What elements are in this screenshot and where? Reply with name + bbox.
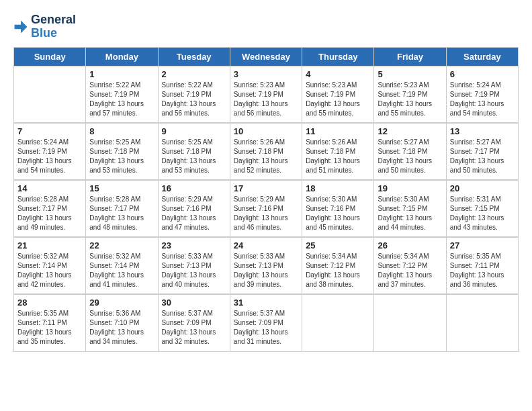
day-number: 16 xyxy=(162,183,226,193)
calendar-cell: 4Sunrise: 5:23 AMSunset: 7:19 PMDaylight… xyxy=(302,66,374,123)
cell-content: Sunrise: 5:22 AMSunset: 7:19 PMDaylight:… xyxy=(162,81,226,118)
calendar-cell: 1Sunrise: 5:22 AMSunset: 7:19 PMDaylight… xyxy=(86,66,158,123)
calendar-cell: 7Sunrise: 5:24 AMSunset: 7:19 PMDaylight… xyxy=(14,123,86,180)
calendar-cell: 22Sunrise: 5:32 AMSunset: 7:14 PMDayligh… xyxy=(86,237,158,294)
cell-content: Sunrise: 5:24 AMSunset: 7:19 PMDaylight:… xyxy=(450,81,515,118)
cell-content: Sunrise: 5:34 AMSunset: 7:12 PMDaylight:… xyxy=(378,252,442,289)
calendar-week-row: 14Sunrise: 5:28 AMSunset: 7:17 PMDayligh… xyxy=(14,180,519,237)
day-number: 25 xyxy=(306,240,370,250)
calendar-cell: 24Sunrise: 5:33 AMSunset: 7:13 PMDayligh… xyxy=(230,237,302,294)
calendar-cell: 29Sunrise: 5:36 AMSunset: 7:10 PMDayligh… xyxy=(86,294,158,351)
cell-content: Sunrise: 5:33 AMSunset: 7:13 PMDaylight:… xyxy=(162,252,226,289)
day-number: 1 xyxy=(89,69,154,79)
calendar-cell: 17Sunrise: 5:29 AMSunset: 7:16 PMDayligh… xyxy=(230,180,302,237)
calendar-cell: 3Sunrise: 5:23 AMSunset: 7:19 PMDaylight… xyxy=(230,66,302,123)
weekday-header: Wednesday xyxy=(230,47,302,66)
cell-content: Sunrise: 5:29 AMSunset: 7:16 PMDaylight:… xyxy=(162,195,226,232)
day-number: 3 xyxy=(234,69,298,79)
cell-content: Sunrise: 5:24 AMSunset: 7:19 PMDaylight:… xyxy=(17,138,82,175)
day-number: 15 xyxy=(89,183,154,193)
weekday-header: Friday xyxy=(374,47,446,66)
day-number: 14 xyxy=(17,183,82,193)
calendar-cell: 31Sunrise: 5:37 AMSunset: 7:09 PMDayligh… xyxy=(230,294,302,351)
calendar-cell: 11Sunrise: 5:26 AMSunset: 7:18 PMDayligh… xyxy=(302,123,374,180)
weekday-header: Tuesday xyxy=(158,47,230,66)
calendar-cell: 5Sunrise: 5:23 AMSunset: 7:19 PMDaylight… xyxy=(374,66,446,123)
cell-content: Sunrise: 5:37 AMSunset: 7:09 PMDaylight:… xyxy=(162,309,226,347)
day-number: 11 xyxy=(306,126,370,136)
calendar-cell xyxy=(446,294,518,351)
calendar-cell: 30Sunrise: 5:37 AMSunset: 7:09 PMDayligh… xyxy=(158,294,230,351)
day-number: 10 xyxy=(234,126,298,136)
calendar-cell: 6Sunrise: 5:24 AMSunset: 7:19 PMDaylight… xyxy=(446,66,518,123)
cell-content: Sunrise: 5:26 AMSunset: 7:18 PMDaylight:… xyxy=(234,138,298,175)
calendar-cell: 15Sunrise: 5:28 AMSunset: 7:17 PMDayligh… xyxy=(86,180,158,237)
calendar-cell: 20Sunrise: 5:31 AMSunset: 7:15 PMDayligh… xyxy=(446,180,518,237)
weekday-header: Monday xyxy=(86,47,158,66)
calendar-cell: 18Sunrise: 5:30 AMSunset: 7:16 PMDayligh… xyxy=(302,180,374,237)
weekday-header: Saturday xyxy=(446,47,518,66)
calendar-cell xyxy=(374,294,446,351)
day-number: 20 xyxy=(450,183,515,193)
day-number: 17 xyxy=(234,183,298,193)
day-number: 28 xyxy=(17,298,82,308)
day-number: 19 xyxy=(378,183,442,193)
cell-content: Sunrise: 5:28 AMSunset: 7:17 PMDaylight:… xyxy=(17,195,82,232)
calendar-cell: 23Sunrise: 5:33 AMSunset: 7:13 PMDayligh… xyxy=(158,237,230,294)
logo-text-line1: General xyxy=(31,13,76,27)
day-number: 5 xyxy=(378,69,442,79)
cell-content: Sunrise: 5:27 AMSunset: 7:17 PMDaylight:… xyxy=(450,138,515,175)
calendar-cell: 9Sunrise: 5:25 AMSunset: 7:18 PMDaylight… xyxy=(158,123,230,180)
cell-content: Sunrise: 5:30 AMSunset: 7:15 PMDaylight:… xyxy=(378,195,442,232)
cell-content: Sunrise: 5:35 AMSunset: 7:11 PMDaylight:… xyxy=(450,252,515,289)
day-number: 2 xyxy=(162,69,226,79)
day-number: 29 xyxy=(89,298,154,308)
day-number: 13 xyxy=(450,126,515,136)
cell-content: Sunrise: 5:26 AMSunset: 7:18 PMDaylight:… xyxy=(306,138,370,175)
day-number: 21 xyxy=(17,240,82,250)
calendar-cell: 2Sunrise: 5:22 AMSunset: 7:19 PMDaylight… xyxy=(158,66,230,123)
cell-content: Sunrise: 5:33 AMSunset: 7:13 PMDaylight:… xyxy=(234,252,298,289)
logo-text-line2: Blue xyxy=(31,27,76,40)
cell-content: Sunrise: 5:34 AMSunset: 7:12 PMDaylight:… xyxy=(306,252,370,289)
calendar-cell: 12Sunrise: 5:27 AMSunset: 7:18 PMDayligh… xyxy=(374,123,446,180)
cell-content: Sunrise: 5:23 AMSunset: 7:19 PMDaylight:… xyxy=(306,81,370,118)
day-number: 4 xyxy=(306,69,370,79)
cell-content: Sunrise: 5:23 AMSunset: 7:19 PMDaylight:… xyxy=(234,81,298,118)
cell-content: Sunrise: 5:30 AMSunset: 7:16 PMDaylight:… xyxy=(306,195,370,232)
calendar-week-row: 7Sunrise: 5:24 AMSunset: 7:19 PMDaylight… xyxy=(14,123,519,180)
logo: General Blue xyxy=(13,13,76,40)
calendar-cell: 8Sunrise: 5:25 AMSunset: 7:18 PMDaylight… xyxy=(86,123,158,180)
cell-content: Sunrise: 5:32 AMSunset: 7:14 PMDaylight:… xyxy=(17,252,82,289)
weekday-header: Thursday xyxy=(302,47,374,66)
calendar-cell: 19Sunrise: 5:30 AMSunset: 7:15 PMDayligh… xyxy=(374,180,446,237)
cell-content: Sunrise: 5:35 AMSunset: 7:11 PMDaylight:… xyxy=(17,309,82,347)
calendar-cell: 25Sunrise: 5:34 AMSunset: 7:12 PMDayligh… xyxy=(302,237,374,294)
cell-content: Sunrise: 5:25 AMSunset: 7:18 PMDaylight:… xyxy=(89,138,154,175)
day-number: 12 xyxy=(378,126,442,136)
day-number: 18 xyxy=(306,183,370,193)
weekday-header: Sunday xyxy=(14,47,86,66)
calendar-week-row: 21Sunrise: 5:32 AMSunset: 7:14 PMDayligh… xyxy=(14,237,519,294)
svg-marker-0 xyxy=(15,20,28,33)
cell-content: Sunrise: 5:31 AMSunset: 7:15 PMDaylight:… xyxy=(450,195,515,232)
cell-content: Sunrise: 5:32 AMSunset: 7:14 PMDaylight:… xyxy=(89,252,154,289)
day-number: 26 xyxy=(378,240,442,250)
day-number: 23 xyxy=(162,240,226,250)
calendar-cell: 16Sunrise: 5:29 AMSunset: 7:16 PMDayligh… xyxy=(158,180,230,237)
calendar-cell: 28Sunrise: 5:35 AMSunset: 7:11 PMDayligh… xyxy=(14,294,86,351)
page-header: General Blue xyxy=(13,13,519,40)
calendar-cell: 26Sunrise: 5:34 AMSunset: 7:12 PMDayligh… xyxy=(374,237,446,294)
day-number: 27 xyxy=(450,240,515,250)
calendar-cell xyxy=(14,66,86,123)
day-number: 6 xyxy=(450,69,515,79)
calendar-cell: 13Sunrise: 5:27 AMSunset: 7:17 PMDayligh… xyxy=(446,123,518,180)
cell-content: Sunrise: 5:29 AMSunset: 7:16 PMDaylight:… xyxy=(234,195,298,232)
day-number: 30 xyxy=(162,298,226,308)
day-number: 9 xyxy=(162,126,226,136)
calendar-cell: 21Sunrise: 5:32 AMSunset: 7:14 PMDayligh… xyxy=(14,237,86,294)
cell-content: Sunrise: 5:36 AMSunset: 7:10 PMDaylight:… xyxy=(89,309,154,347)
cell-content: Sunrise: 5:37 AMSunset: 7:09 PMDaylight:… xyxy=(234,309,298,347)
day-number: 22 xyxy=(89,240,154,250)
cell-content: Sunrise: 5:27 AMSunset: 7:18 PMDaylight:… xyxy=(378,138,442,175)
